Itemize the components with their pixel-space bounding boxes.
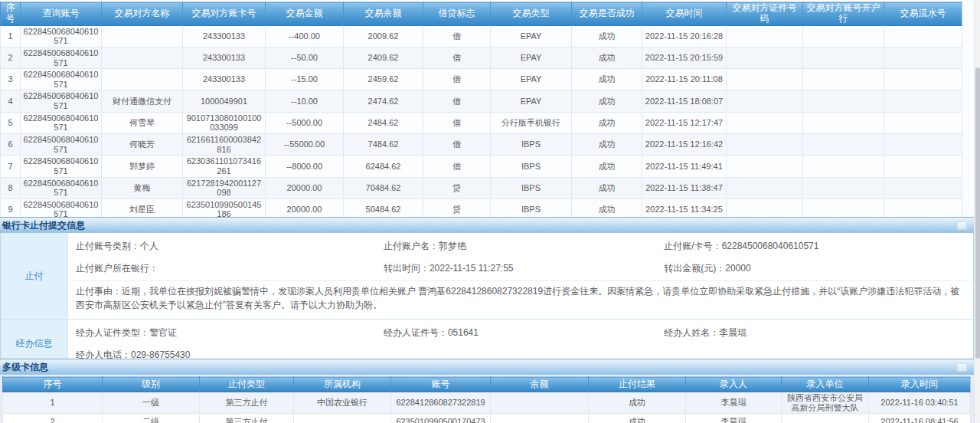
cell-org: 中国农业银行 bbox=[294, 392, 391, 414]
col-header-seq: 序号 bbox=[1, 2, 21, 26]
cell-counterparty-name: 郭梦婷 bbox=[102, 156, 183, 177]
field-value: 警官证 bbox=[149, 327, 177, 338]
cell-amount: --55000.00 bbox=[266, 134, 344, 156]
field-value: 郭梦艳 bbox=[439, 241, 466, 251]
cell-serial bbox=[884, 47, 962, 68]
cell-amount: --50.00 bbox=[266, 47, 344, 68]
cell-counterparty-card: 243300133 bbox=[183, 69, 266, 90]
field-value: 近期，我单位在接报刘妮被骗警情中，发现涉案人员利用贵单位相关账户 曹鸿基6228… bbox=[76, 286, 959, 310]
table-row: 8 6228450068040610571 黄梅 621728194200112… bbox=[1, 177, 962, 198]
cell-query-account: 6228450068040610571 bbox=[21, 90, 102, 112]
cell-counterparty-cert bbox=[727, 112, 803, 133]
cell-query-account: 6228450068040610571 bbox=[21, 25, 102, 47]
cell-seq: 6 bbox=[1, 134, 21, 156]
cell-counterparty-bank bbox=[803, 134, 884, 156]
field-cert-no: 经办人证件号：051641 bbox=[376, 321, 656, 343]
cell-level: 二级 bbox=[103, 414, 200, 423]
col-header-counterparty-bank: 交易对方账号开户行 bbox=[803, 2, 884, 26]
stop-payment-section-header: 银行卡止付提交信息 bbox=[0, 217, 974, 233]
table-row: 5 6228450068040610571 何雪琴 90107130801001… bbox=[1, 112, 962, 133]
table-row: 7 6228450068040610571 郭梦婷 62303611010734… bbox=[1, 156, 962, 177]
field-value: 2022-11-15 11:27:55 bbox=[430, 263, 514, 274]
cell-seq: 7 bbox=[1, 156, 21, 177]
cell-result: 成功 bbox=[589, 392, 686, 414]
cell-amount: 20000.00 bbox=[266, 177, 344, 198]
cell-seq: 4 bbox=[1, 90, 21, 112]
col-header-time: 交易时间 bbox=[642, 2, 727, 26]
cell-balance: 2459.62 bbox=[344, 69, 423, 90]
cell-counterparty-name: 黄梅 bbox=[102, 177, 183, 198]
cell-serial bbox=[884, 177, 962, 198]
cell-serial bbox=[884, 112, 962, 133]
field-account-name: 止付账户名：郭梦艳 bbox=[376, 234, 656, 257]
cell-seq: 5 bbox=[1, 112, 21, 133]
col-header-success: 交易是否成功 bbox=[572, 2, 642, 26]
cell-counterparty-card: 9010713080100100033099 bbox=[183, 112, 266, 133]
cell-org bbox=[294, 414, 391, 423]
field-value: 6228450068040610571 bbox=[722, 241, 819, 251]
field-label: 止付事由： bbox=[76, 286, 122, 297]
cell-success: 成功 bbox=[572, 134, 642, 156]
cell-debit-credit-flag: 借 bbox=[423, 47, 491, 68]
cell-serial bbox=[884, 134, 962, 156]
cell-balance: 62484.62 bbox=[344, 156, 423, 177]
col-header-operator: 录入人 bbox=[686, 377, 782, 392]
col-header-entry-time: 录入时间 bbox=[869, 377, 971, 392]
col-header-account: 账号 bbox=[391, 377, 491, 392]
cell-unit bbox=[782, 414, 869, 423]
cell-type: IBPS bbox=[491, 156, 572, 177]
col-header-counterparty-card: 交易对方账卡号 bbox=[183, 2, 266, 26]
col-header-unit: 录入单位 bbox=[782, 377, 869, 392]
cell-counterparty-name bbox=[102, 47, 183, 68]
cell-counterparty-cert bbox=[727, 156, 803, 177]
scrollbar-thumb[interactable] bbox=[975, 67, 980, 359]
cell-query-account: 6228450068040610571 bbox=[21, 112, 102, 133]
cell-counterparty-cert bbox=[727, 47, 803, 68]
field-row: 止付账号类别：个人 止付账户名：郭梦艳 止付账/卡号：6228450068040… bbox=[68, 234, 973, 257]
field-label: 止付账户所在银行： bbox=[76, 263, 158, 274]
field-value: 个人 bbox=[140, 241, 158, 251]
table-row: 2 6228450068040610571 243300133 --50.00 … bbox=[1, 47, 962, 68]
section-title: 多级卡信息 bbox=[2, 362, 48, 372]
field-operator-name: 经办人姓名：李晨琨 bbox=[656, 321, 973, 343]
cell-balance: 70484.62 bbox=[344, 177, 423, 198]
cell-counterparty-bank bbox=[803, 69, 884, 90]
transactions-table: 序号 查询账号 交易对方名称 交易对方账卡号 交易金额 交易余额 借贷标志 交易… bbox=[0, 2, 962, 242]
multilevel-section-header: 多级卡信息 bbox=[0, 359, 974, 375]
cell-counterparty-card: 6217281942001127098 bbox=[183, 177, 266, 198]
cell-counterparty-cert bbox=[727, 134, 803, 156]
cell-counterparty-bank bbox=[803, 156, 884, 177]
col-header-result: 止付结果 bbox=[589, 377, 686, 392]
collapse-icon[interactable] bbox=[957, 221, 967, 230]
cell-balance: 2474.62 bbox=[344, 90, 423, 112]
cell-query-account: 6228450068040610571 bbox=[21, 47, 102, 68]
cell-result: 成功 bbox=[589, 414, 686, 423]
cell-balance: 2484.62 bbox=[344, 112, 423, 133]
col-header-balance: 余额 bbox=[491, 377, 589, 392]
cell-debit-credit-flag: 借 bbox=[423, 90, 491, 112]
table-row: 6 6228450068040610571 何晓芳 62166116000038… bbox=[1, 134, 962, 156]
cell-unit: 陕西省西安市公安局高新分局刑警大队 bbox=[782, 392, 869, 414]
cell-balance: 7484.62 bbox=[344, 134, 423, 156]
cell-amount: --10.00 bbox=[266, 90, 344, 112]
cell-seq: 2 bbox=[3, 414, 103, 423]
col-header-debit-credit-flag: 借贷标志 bbox=[423, 2, 491, 26]
collapse-icon[interactable] bbox=[957, 363, 967, 372]
cell-success: 成功 bbox=[572, 177, 642, 198]
cell-account: 6228412860827322819 bbox=[391, 392, 491, 414]
cell-amount: --5000.00 bbox=[266, 112, 344, 133]
cell-time: 2022-11-15 18:08:07 bbox=[642, 90, 727, 112]
cell-counterparty-bank bbox=[803, 47, 884, 68]
cell-serial bbox=[884, 25, 962, 47]
cell-query-account: 6228450068040610571 bbox=[21, 156, 102, 177]
stop-payment-section: 银行卡止付提交信息 止付 止付账号类别：个人 止付账户名：郭梦艳 止付账/卡号：… bbox=[0, 217, 974, 368]
transactions-body: 1 6228450068040610571 243300133 --400.00… bbox=[1, 25, 962, 242]
field-bank: 止付账户所在银行： bbox=[68, 257, 376, 279]
vertical-scrollbar[interactable] bbox=[974, 0, 980, 423]
stop-payment-group: 止付 止付账号类别：个人 止付账户名：郭梦艳 止付账/卡号：6228450068… bbox=[1, 233, 973, 319]
cell-serial bbox=[884, 156, 962, 177]
cell-counterparty-name: 财付通微信支付 bbox=[102, 90, 183, 112]
cell-counterparty-bank bbox=[803, 112, 884, 133]
field-reason: 止付事由：近期，我单位在接报刘妮被骗警情中，发现涉案人员利用贵单位相关账户 曹鸿… bbox=[70, 280, 971, 317]
col-header-level: 级别 bbox=[103, 377, 200, 392]
